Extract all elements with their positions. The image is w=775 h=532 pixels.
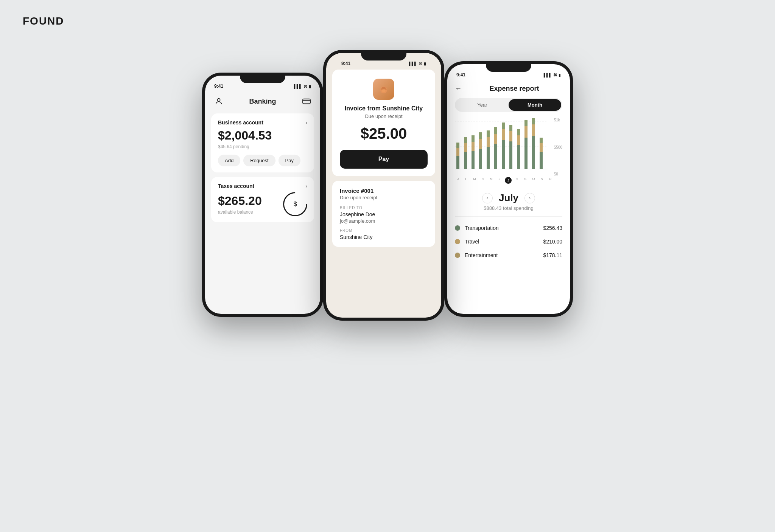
- prev-month-button[interactable]: ‹: [482, 193, 493, 203]
- business-account-card: Business account › $2,004.53 $45.64 pend…: [211, 113, 314, 172]
- svg-rect-36: [524, 126, 528, 138]
- svg-rect-9: [456, 148, 459, 156]
- entertainment-dot: [455, 253, 460, 258]
- invoice-pay-button[interactable]: Pay: [340, 150, 428, 169]
- business-account-name: Business account: [218, 119, 263, 126]
- x-label-m: M: [472, 177, 478, 184]
- svg-rect-29: [509, 141, 512, 169]
- business-account-pending: $45.64 pending: [218, 144, 307, 149]
- x-label-a2: A: [514, 177, 520, 184]
- y-label-1k: $1k: [554, 118, 562, 122]
- svg-rect-34: [517, 129, 520, 135]
- status-icons-2: ▌▌▌ ⌘ ▮: [409, 62, 426, 66]
- status-time-3: 9:41: [456, 72, 465, 78]
- svg-rect-12: [464, 143, 467, 152]
- add-button[interactable]: Add: [218, 155, 240, 166]
- taxes-account-balance: $265.20: [218, 194, 262, 208]
- profile-icon[interactable]: [213, 95, 225, 107]
- notch-1: [240, 73, 285, 83]
- svg-rect-17: [479, 149, 482, 169]
- svg-rect-18: [479, 139, 482, 149]
- taxes-account-chevron[interactable]: ›: [305, 183, 307, 189]
- invoice-number: Invoice #001: [340, 188, 428, 194]
- business-account-actions: Add Request Pay: [218, 155, 307, 166]
- expense-report-title: Expense report: [466, 85, 562, 93]
- x-label-s: S: [522, 177, 528, 184]
- entertainment-amount: $178.11: [543, 252, 562, 258]
- transportation-amount: $256.43: [543, 225, 562, 231]
- svg-rect-22: [487, 130, 490, 137]
- status-icons-1: ▌▌▌ ⌘ ▮: [294, 84, 311, 88]
- invoice-due: Due upon receipt: [340, 113, 428, 119]
- battery-icon-3: ▮: [559, 73, 561, 77]
- svg-rect-23: [494, 144, 497, 169]
- x-label-j: J: [455, 177, 461, 184]
- from-label: FROM: [340, 228, 428, 233]
- expense-row-entertainment: Entertainment $178.11: [447, 248, 570, 262]
- screen-expense: 9:41 ▌▌▌ ⌘ ▮ ← Expense report Year Month: [447, 64, 570, 314]
- screen-banking: 9:41 ▌▌▌ ⌘ ▮ Banking: [205, 76, 320, 314]
- svg-rect-24: [494, 134, 497, 144]
- svg-rect-25: [494, 127, 497, 134]
- entertainment-label: Entertainment: [465, 252, 538, 258]
- x-label-d: D: [547, 177, 553, 184]
- month-nav: ‹ July ›: [447, 188, 570, 205]
- taxes-account-header: Taxes account ›: [218, 183, 307, 189]
- x-label-f: F: [463, 177, 469, 184]
- invoice-title: Invoice from Sunshine City: [340, 105, 428, 112]
- pay-button[interactable]: Pay: [279, 155, 300, 166]
- travel-dot: [455, 239, 460, 244]
- svg-rect-10: [456, 143, 459, 148]
- svg-rect-40: [532, 118, 535, 124]
- y-label-500: $500: [554, 145, 562, 149]
- transportation-dot: [455, 225, 460, 231]
- transportation-label: Transportation: [465, 225, 538, 231]
- business-account-chevron[interactable]: ›: [305, 119, 307, 126]
- signal-icon-1: ▌▌▌: [294, 84, 302, 88]
- tab-year[interactable]: Year: [456, 99, 509, 111]
- invoice-due-detail: Due upon receipt: [340, 195, 428, 200]
- taxes-circle-icon: $: [278, 187, 313, 222]
- expense-row-travel: Travel $210.00: [447, 235, 570, 248]
- sunshine-logo: [373, 79, 394, 100]
- month-total: $888.43 total spending: [447, 205, 570, 211]
- card-icon[interactable]: [300, 95, 313, 107]
- notch-3: [486, 61, 531, 72]
- expense-header: ← Expense report: [447, 81, 570, 98]
- svg-rect-38: [532, 136, 535, 169]
- x-label-m2: M: [488, 177, 494, 184]
- notch-2: [361, 50, 406, 60]
- next-month-button[interactable]: ›: [524, 193, 535, 203]
- invoice-main-card: Invoice from Sunshine City Due upon rece…: [332, 70, 435, 176]
- status-time-1: 9:41: [214, 84, 223, 89]
- wifi-icon-1: ⌘: [303, 84, 307, 88]
- svg-rect-37: [524, 120, 528, 126]
- battery-icon-2: ▮: [424, 62, 426, 66]
- invoice-amount: $25.00: [340, 125, 428, 142]
- back-button[interactable]: ←: [455, 85, 462, 93]
- svg-point-4: [382, 89, 386, 92]
- invoice-detail-card: Invoice #001 Due upon receipt BILLED TO …: [332, 181, 435, 247]
- banking-title: Banking: [249, 98, 276, 105]
- svg-rect-27: [502, 129, 505, 140]
- svg-point-0: [217, 99, 220, 101]
- battery-icon-1: ▮: [309, 84, 311, 88]
- x-label-j2: J: [496, 177, 503, 184]
- wifi-icon-3: ⌘: [553, 73, 557, 77]
- x-label-n: N: [539, 177, 545, 184]
- svg-rect-28: [502, 123, 505, 129]
- billed-to-label: BILLED TO: [340, 206, 428, 210]
- y-label-0: $0: [554, 172, 562, 176]
- x-label-o: O: [531, 177, 537, 184]
- request-button[interactable]: Request: [243, 155, 275, 166]
- banking-header: Banking: [205, 92, 320, 113]
- chart-x-labels: J F M A M J J A S O N D: [455, 176, 553, 184]
- chart-y-labels: $1k $500 $0: [554, 118, 562, 176]
- tab-month[interactable]: Month: [509, 99, 561, 111]
- status-icons-3: ▌▌▌ ⌘ ▮: [544, 73, 561, 77]
- taxes-balance-area: $265.20 available balance: [218, 194, 262, 215]
- screen-invoice: 9:41 ▌▌▌ ⌘ ▮: [326, 53, 441, 318]
- expense-chart: $1k $500 $0: [447, 118, 570, 184]
- svg-rect-30: [509, 131, 512, 141]
- chart-container: $1k $500 $0: [455, 118, 562, 184]
